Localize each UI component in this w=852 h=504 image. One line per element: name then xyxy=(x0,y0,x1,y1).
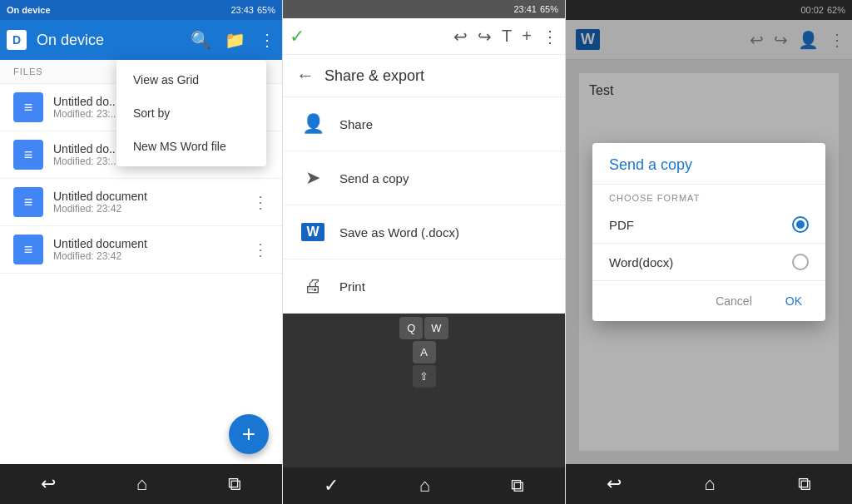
back-nav-btn-1[interactable]: ↩ xyxy=(41,473,56,495)
file-info: Untitled document Modified: 23:42 xyxy=(53,190,252,215)
share-export-header: ← Share & export xyxy=(283,55,565,97)
text-format-icon[interactable]: T xyxy=(502,27,512,46)
status-right-2: 23:41 65% xyxy=(513,4,558,14)
doc-icon: ≡ xyxy=(13,140,43,170)
status-left-1: On device xyxy=(7,5,51,15)
save-word-label: Save as Word (.docx) xyxy=(339,225,459,240)
dropdown-menu: View as Grid Sort by New MS Word file xyxy=(116,60,266,166)
status-time-1: 23:43 xyxy=(230,5,254,15)
app-icon-1: D xyxy=(7,30,27,50)
share-export-title: Share & export xyxy=(324,67,424,85)
undo-icon[interactable]: ↩ xyxy=(453,27,468,47)
share-export-panel: 23:41 65% ✓ ↩ ↪ T + ⋮ ← Share & export 👤… xyxy=(283,0,566,504)
file-manager-panel: On device 23:43 65% D On device 🔍 📁 ⋮ FI… xyxy=(0,0,283,504)
shift-key[interactable]: ⇧ xyxy=(413,365,436,388)
dropdown-item-view-grid[interactable]: View as Grid xyxy=(116,63,266,96)
ok-button[interactable]: OK xyxy=(772,288,815,314)
key-row-1: Q W xyxy=(399,317,448,339)
dialog-option-pdf[interactable]: PDF xyxy=(592,206,825,243)
send-icon: ➤ xyxy=(300,165,326,191)
word-radio-button[interactable] xyxy=(792,254,809,270)
redo-icon[interactable]: ↪ xyxy=(478,27,492,47)
file-modified: Modified: 23:42 xyxy=(53,250,252,262)
key-w[interactable]: W xyxy=(424,317,448,339)
dialog-section-label: CHOOSE FORMAT xyxy=(592,185,825,206)
battery-2: 65% xyxy=(540,4,558,14)
person-add-icon: 👤 xyxy=(300,111,326,137)
home-nav-btn-3[interactable]: ⌂ xyxy=(704,473,715,495)
check-nav-btn[interactable]: ✓ xyxy=(324,475,339,497)
dialog-actions: Cancel OK xyxy=(592,281,825,321)
status-time-2: 23:41 xyxy=(513,4,537,14)
file-info: Untitled document Modified: 23:42 xyxy=(53,237,252,262)
send-copy-dialog: Send a copy CHOOSE FORMAT PDF Word(docx)… xyxy=(592,143,825,321)
recents-nav-btn-1[interactable]: ⧉ xyxy=(228,473,241,495)
check-icon[interactable]: ✓ xyxy=(290,26,305,47)
print-icon: 🖨 xyxy=(300,273,326,299)
bottom-nav-2: ✓ ⌂ ⧉ xyxy=(283,467,565,504)
word-panel: 00:02 62% W ↩ ↪ 👤 ⋮ Test Send a copy CHO… xyxy=(566,0,852,504)
key-row-3: ⇧ xyxy=(413,365,436,388)
share-item-send-copy[interactable]: ➤ Send a copy xyxy=(283,151,565,205)
file-name: Untitled document xyxy=(53,190,252,203)
dialog-overlay: Send a copy CHOOSE FORMAT PDF Word(docx)… xyxy=(566,0,852,464)
battery-1: 65% xyxy=(257,5,275,15)
toolbar-icons-1: 🔍 📁 ⋮ xyxy=(191,30,275,50)
bottom-nav-1: ↩ ⌂ ⧉ xyxy=(0,464,282,504)
toolbar-1: D On device 🔍 📁 ⋮ xyxy=(0,20,282,60)
dialog-title: Send a copy xyxy=(592,143,825,185)
folder-icon[interactable]: 📁 xyxy=(225,30,245,50)
back-nav-btn-3[interactable]: ↩ xyxy=(607,473,622,495)
file-modified: Modified: 23:42 xyxy=(53,203,252,215)
key-row-2: A xyxy=(413,341,436,363)
word-option-label: Word(docx) xyxy=(609,255,792,269)
more-icon-2[interactable]: ⋮ xyxy=(542,27,558,47)
file-name: Untitled document xyxy=(53,237,252,250)
word-icon: W xyxy=(300,219,326,245)
more-icon-1[interactable]: ⋮ xyxy=(259,30,275,50)
toolbar-icons-2: ↩ ↪ T + ⋮ xyxy=(453,27,558,47)
key-a[interactable]: A xyxy=(413,341,436,363)
recents-nav-btn-2[interactable]: ⧉ xyxy=(511,475,524,497)
item-more-icon[interactable]: ⋮ xyxy=(252,240,269,259)
pdf-radio-button[interactable] xyxy=(792,216,809,233)
cancel-button[interactable]: Cancel xyxy=(702,288,765,314)
bottom-nav-3: ↩ ⌂ ⧉ xyxy=(566,464,852,504)
share-menu: 👤 Share ➤ Send a copy W Save as Word (.d… xyxy=(283,97,565,314)
fab-button[interactable]: + xyxy=(229,414,269,454)
toolbar-title-1: On device xyxy=(37,32,184,49)
send-copy-label: Send a copy xyxy=(339,171,409,185)
home-nav-btn-1[interactable]: ⌂ xyxy=(136,473,147,495)
dialog-option-word[interactable]: Word(docx) xyxy=(592,244,825,280)
search-icon[interactable]: 🔍 xyxy=(191,30,211,50)
doc-icon: ≡ xyxy=(13,92,43,122)
doc-icon: ≡ xyxy=(13,187,43,217)
share-label: Share xyxy=(339,117,373,131)
toolbar-2: ✓ ↩ ↪ T + ⋮ xyxy=(283,18,565,55)
dropdown-item-new-word[interactable]: New MS Word file xyxy=(116,130,266,163)
print-label: Print xyxy=(339,279,365,294)
status-bar-1: On device 23:43 65% xyxy=(0,0,282,20)
list-item[interactable]: ≡ Untitled document Modified: 23:42 ⋮ xyxy=(0,226,282,274)
item-more-icon[interactable]: ⋮ xyxy=(252,192,269,212)
doc-icon: ≡ xyxy=(13,235,43,264)
status-right-1: 23:43 65% xyxy=(230,5,275,15)
share-item-share[interactable]: 👤 Share xyxy=(283,97,565,151)
pdf-option-label: PDF xyxy=(609,218,792,232)
home-nav-btn-2[interactable]: ⌂ xyxy=(419,475,430,497)
share-item-print[interactable]: 🖨 Print xyxy=(283,259,565,314)
share-item-save-word[interactable]: W Save as Word (.docx) xyxy=(283,205,565,259)
fab-plus-icon: + xyxy=(242,422,255,446)
recents-nav-btn-3[interactable]: ⧉ xyxy=(798,473,811,495)
dropdown-item-sort-by[interactable]: Sort by xyxy=(116,96,266,130)
add-icon[interactable]: + xyxy=(522,27,532,46)
list-item[interactable]: ≡ Untitled document Modified: 23:42 ⋮ xyxy=(0,179,282,226)
status-bar-2: 23:41 65% xyxy=(283,0,565,18)
radio-inner xyxy=(796,220,805,229)
keyboard-area: Q W A ⇧ xyxy=(283,314,565,467)
key-q[interactable]: Q xyxy=(399,317,423,339)
back-arrow-icon[interactable]: ← xyxy=(296,65,315,86)
